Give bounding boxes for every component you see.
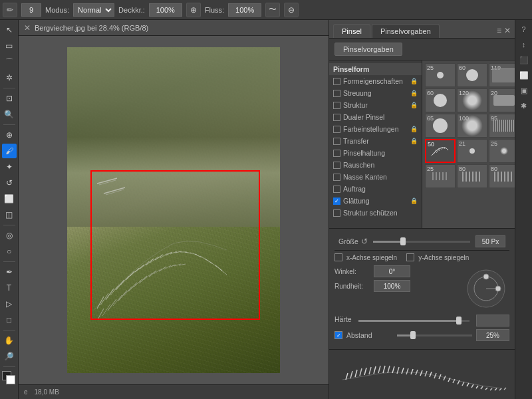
- thumb-7[interactable]: 120: [457, 88, 487, 112]
- history-brush-tool[interactable]: ↺: [2, 176, 17, 190]
- svg-line-34: [118, 291, 127, 301]
- text-tool[interactable]: T: [2, 281, 17, 295]
- flow-value[interactable]: 100%: [228, 3, 261, 17]
- opacity-value[interactable]: 100%: [149, 3, 182, 17]
- farbein-checkbox[interactable]: [333, 126, 340, 133]
- y-mirror-checkbox[interactable]: [406, 253, 414, 261]
- setting-rauschen[interactable]: Rauschen: [329, 159, 422, 171]
- setting-formeigenschaften[interactable]: Formeigenschaften 🔒: [329, 75, 422, 87]
- thumb-16-selected[interactable]: 50: [425, 139, 456, 163]
- flow-icon[interactable]: 〜: [265, 3, 280, 17]
- mode-select[interactable]: Normal: [73, 3, 114, 17]
- setting-streuung[interactable]: Streuung 🔒: [329, 87, 422, 99]
- size-value[interactable]: 50 Px: [475, 235, 505, 247]
- spacing-checkbox[interactable]: ✓: [334, 331, 342, 339]
- layers-button[interactable]: ⬛: [517, 53, 531, 66]
- foreground-color[interactable]: [2, 371, 17, 386]
- auftrag-checkbox[interactable]: [333, 186, 340, 193]
- thumb-1[interactable]: 25: [425, 63, 456, 87]
- move-tool[interactable]: ↖: [2, 23, 17, 37]
- crop-tool[interactable]: ⊡: [2, 91, 17, 106]
- blur-tool[interactable]: ◎: [2, 228, 17, 243]
- setting-glattung[interactable]: ✓ Glättung 🔒: [329, 195, 422, 207]
- dualer-checkbox[interactable]: [333, 114, 340, 121]
- magic-wand-tool[interactable]: ✲: [2, 70, 17, 85]
- lasso-tool[interactable]: ⌒: [2, 55, 17, 69]
- expand-button[interactable]: ↕: [517, 38, 531, 51]
- zoom-tool[interactable]: 🔎: [2, 349, 17, 364]
- brush-preview-svg: [336, 353, 509, 396]
- thumb-21[interactable]: 25: [425, 164, 456, 188]
- dodge-tool[interactable]: ○: [2, 244, 17, 259]
- thumb-13[interactable]: 95: [489, 114, 515, 138]
- canvas-wrapper[interactable]: [19, 36, 329, 384]
- formeig-checkbox[interactable]: [333, 78, 340, 85]
- pen-tool[interactable]: ✒: [2, 265, 17, 279]
- setting-struktur[interactable]: Struktur 🔒: [329, 99, 422, 111]
- setting-pinselform[interactable]: Pinselform: [329, 63, 422, 75]
- streuung-checkbox[interactable]: [333, 90, 340, 97]
- clone-stamp-tool[interactable]: ✦: [2, 160, 17, 174]
- thumb-23[interactable]: 80: [489, 164, 515, 188]
- pinselhalt-checkbox[interactable]: [333, 150, 340, 157]
- tab-pinsel[interactable]: Pinsel: [333, 24, 370, 38]
- glattung-checkbox[interactable]: ✓: [333, 198, 340, 205]
- thumb-2[interactable]: 60: [457, 63, 487, 87]
- hardness-slider[interactable]: [358, 320, 469, 322]
- panel-close-icon[interactable]: ✕: [504, 26, 511, 35]
- paths-button[interactable]: ▣: [517, 84, 531, 97]
- setting-transfer[interactable]: Transfer 🔒: [329, 135, 422, 147]
- refresh-button[interactable]: ↺: [361, 237, 368, 246]
- strukturschutz-checkbox[interactable]: [333, 209, 340, 217]
- tab-pinselvorgaben[interactable]: Pinselvorgaben: [372, 24, 440, 38]
- adjustments-button[interactable]: ✱: [517, 99, 531, 112]
- hardness-value: [476, 315, 509, 327]
- panel-menu-icon[interactable]: ≡: [497, 26, 501, 35]
- roundness-value[interactable]: 100%: [374, 280, 410, 292]
- path-selection-tool[interactable]: ▷: [2, 297, 17, 311]
- setting-farbeinstellungen[interactable]: Farbeinstellungen 🔒: [329, 123, 422, 135]
- healing-brush-tool[interactable]: ⊕: [2, 128, 17, 142]
- setting-auftrag[interactable]: Auftrag: [329, 183, 422, 195]
- hardness-label: Härte: [334, 315, 352, 323]
- setting-struktur-schutzen[interactable]: Struktur schützen: [329, 207, 422, 219]
- hand-tool[interactable]: ✋: [2, 333, 17, 348]
- rauschen-checkbox[interactable]: [333, 162, 340, 169]
- struktur-checkbox[interactable]: [333, 102, 340, 109]
- spacing-slider[interactable]: [397, 334, 472, 336]
- nassekanten-checkbox[interactable]: [333, 174, 340, 181]
- gradient-tool[interactable]: ◫: [2, 207, 17, 222]
- channels-button[interactable]: ⬜: [517, 68, 531, 82]
- svg-line-37: [134, 279, 142, 287]
- airbrush-icon[interactable]: ⊕: [186, 3, 201, 17]
- info-button[interactable]: ?: [517, 23, 531, 36]
- thumb-6[interactable]: 60: [425, 88, 456, 112]
- size-slider[interactable]: [373, 241, 470, 243]
- eraser-tool[interactable]: ⬜: [2, 192, 17, 206]
- setting-pinselhaltung[interactable]: Pinselhaltung: [329, 147, 422, 159]
- presets-button[interactable]: Pinselvorgaben: [334, 43, 402, 56]
- brush-tool-icon[interactable]: ✏: [3, 3, 17, 17]
- transfer-checkbox[interactable]: [333, 138, 340, 145]
- shape-tool[interactable]: □: [2, 313, 17, 327]
- thumb-17[interactable]: 21: [457, 139, 487, 163]
- eyedropper-tool[interactable]: 🔍: [2, 107, 17, 122]
- thumb-3[interactable]: 119: [489, 63, 515, 87]
- brush-tool[interactable]: 🖌: [2, 144, 17, 158]
- thumb-11[interactable]: 65: [425, 114, 456, 138]
- tablet-icon[interactable]: ⊖: [284, 3, 299, 17]
- brush-size-input[interactable]: 9: [21, 3, 41, 17]
- spacing-value[interactable]: 25%: [476, 329, 509, 341]
- thumb-22[interactable]: 80: [457, 164, 487, 188]
- thumb-12[interactable]: 100: [457, 114, 487, 138]
- left-tools-panel: ↖ ▭ ⌒ ✲ ⊡ 🔍 ⊕ 🖌 ✦ ↺ ⬜ ◫ ◎ ○ ✒ T ▷ □ ✋ 🔎: [0, 20, 19, 399]
- thumb-8[interactable]: 20: [489, 88, 515, 112]
- angle-value[interactable]: 0°: [374, 265, 410, 277]
- setting-dualer-pinsel[interactable]: Dualer Pinsel: [329, 111, 422, 123]
- thumb-18[interactable]: 25: [489, 139, 515, 163]
- tab-close-button[interactable]: ✕: [24, 23, 31, 33]
- rauschen-label: Rauschen: [343, 161, 374, 169]
- x-mirror-checkbox[interactable]: [334, 253, 342, 261]
- setting-nasse-kanten[interactable]: Nasse Kanten: [329, 171, 422, 183]
- marquee-tool[interactable]: ▭: [2, 39, 17, 53]
